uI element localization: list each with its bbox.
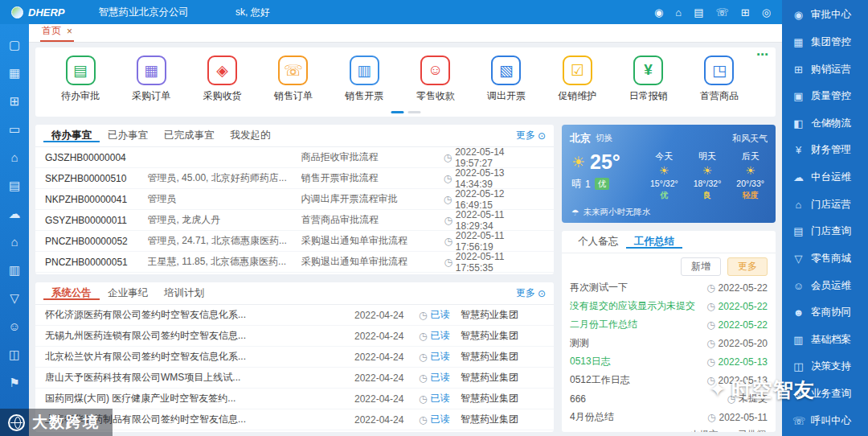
todo-row[interactable]: SKPZHB00000510 管理员, 45.00, 北京好药师药店... 销售… [35, 168, 554, 189]
cart-icon[interactable]: ▽ [10, 284, 19, 312]
user-icon[interactable]: ☺ [8, 312, 20, 340]
notice-row[interactable]: 无锡九州医药连锁有限公司签约时空智友信息... 2022-04-24 ◷已读 智… [35, 326, 554, 347]
quick-app-8[interactable]: ¥ 日常报销 [616, 56, 681, 103]
company-name[interactable]: 智慧药业北京分公司 [99, 6, 190, 19]
more-apps-button[interactable]: ⋯ [756, 47, 769, 62]
doc-icon[interactable]: ▥ [9, 256, 20, 284]
memo-row[interactable]: 再次测试一下 ◷2022-05-22 [562, 278, 776, 297]
todo-id: PNCZHB00000051 [45, 257, 148, 268]
sidebar-item-6[interactable]: ☁ 中台运维 [782, 164, 868, 191]
print-icon[interactable]: ▤ [694, 6, 703, 19]
todo-row[interactable]: GSYZHB00000011 管理员, 龙虎人丹 首营商品审批流程 ◷2022-… [35, 210, 554, 231]
topbar-icons: ◉⌂▤☏⊞◎ [654, 6, 771, 19]
star-logo-icon: ✦ [709, 377, 727, 402]
memo-row[interactable]: 0513日志 ◷2022-05-13 [562, 352, 776, 371]
notice-status-link[interactable]: ◷已读 [419, 392, 461, 405]
notice-row[interactable]: 唐山天予医药科技有限公司WMS项目上线试... 2022-04-24 ◷已读 智… [35, 368, 554, 389]
panel-tab-0[interactable]: 系统公告 [43, 287, 100, 300]
panel-tab-1[interactable]: 已办事宜 [100, 130, 156, 142]
store-icon[interactable]: ⌂ [10, 228, 18, 256]
memo-date: ◷2022-05-22 [706, 319, 768, 331]
clock-icon: ◷ [444, 194, 452, 205]
close-icon[interactable]: × [67, 26, 72, 37]
panel-tab-1[interactable]: 工作总结 [626, 236, 682, 249]
todo-more-link[interactable]: 更多 ⊙ [516, 129, 546, 142]
notice-status-link[interactable]: ◷已读 [419, 329, 461, 343]
sidebar-item-12[interactable]: ▥ 基础档案 [782, 327, 868, 354]
home-icon[interactable]: ⌂ [10, 143, 18, 171]
sidebar-item-4[interactable]: ◧ 仓储物流 [782, 110, 868, 138]
quick-app-7[interactable]: ☑ 促销维护 [545, 56, 609, 103]
apps-grid-icon[interactable]: ⊞ [741, 6, 750, 19]
weather-switch-link[interactable]: 切换 [596, 133, 612, 144]
app-logo[interactable]: DHERP [11, 6, 65, 19]
cloud-icon[interactable]: ☁ [9, 199, 21, 228]
notice-row[interactable]: 怀化济源医药有限公司签约时空智友信息化系... 2022-04-24 ◷已读 智… [35, 305, 554, 326]
memo-row[interactable]: 没有提交的应该显示为未提交 ◷2022-05-22 [562, 297, 776, 315]
quick-app-3[interactable]: ☏ 销售订单 [261, 56, 326, 103]
todo-row[interactable]: GJSZHB00000004 商品拒收审批流程 ◷2022-05-14 19:5… [35, 147, 554, 168]
power-icon[interactable]: ◎ [762, 6, 771, 19]
panel-tab-1[interactable]: 企业事纪 [100, 287, 156, 300]
todo-row[interactable]: NKPZHB00000041 管理员 内调出库开票流程审批 ◷2022-05-1… [35, 189, 554, 210]
pager-dot-active[interactable] [391, 111, 403, 113]
panel-tab-0[interactable]: 待办事宜 [43, 130, 100, 142]
list-icon[interactable]: ▤ [9, 171, 20, 199]
panel-tab-2[interactable]: 培训计划 [156, 287, 212, 300]
pager-dot[interactable] [407, 111, 420, 113]
quick-app-6[interactable]: ▧ 调出开票 [474, 56, 538, 103]
quick-app-label: 日常报销 [629, 89, 668, 103]
monitor-icon[interactable]: ▢ [9, 31, 20, 59]
notice-status-link[interactable]: ◷已读 [419, 350, 461, 364]
notice-status-link[interactable]: ◷已读 [419, 371, 461, 385]
memo-row[interactable]: 4月份总结 ◷2022-05-11 [562, 408, 776, 426]
memo-row[interactable]: 二月份工作总结 ◷2022-05-22 [562, 315, 776, 334]
user-greeting[interactable]: sk, 您好 [235, 6, 270, 19]
sidebar-item-1[interactable]: ▦ 集团管控 [782, 29, 868, 56]
sidebar-item-11[interactable]: ☻ 客商协同 [782, 299, 868, 327]
notice-org: 智慧药业集团 [461, 350, 544, 364]
home-icon[interactable]: ⌂ [675, 6, 682, 19]
quick-app-0[interactable]: ▤ 待办审批 [48, 56, 113, 103]
quick-app-4[interactable]: ▥ 销售开票 [332, 56, 396, 103]
sidebar-item-3[interactable]: ▣ 质量管控 [782, 83, 868, 110]
sidebar-item-9[interactable]: ▽ 零售商城 [782, 245, 868, 273]
sidebar-item-5[interactable]: ¥ 财务管理 [782, 137, 868, 164]
building-icon[interactable]: ▦ [9, 59, 20, 87]
tab-home[interactable]: 首页 × [40, 23, 74, 42]
memo-more-button[interactable]: 更多 [727, 257, 768, 276]
notice-status-link[interactable]: ◷已读 [419, 308, 461, 322]
flag-icon[interactable]: ⚑ [9, 368, 19, 397]
todo-row[interactable]: PNCZHB00000052 管理员, 24.71, 北京德惠康医药... 采购… [35, 231, 554, 252]
weather-now: ☀ 25° 晴 1 优 [570, 150, 647, 201]
sidebar-item-15[interactable]: ☏ 呼叫中心 [782, 407, 868, 434]
notice-panel-tabs: 系统公告企业事纪培训计划 更多 ⊙ [35, 282, 554, 305]
sidebar-item-2[interactable]: ⊞ 购销运营 [782, 56, 868, 83]
bell-icon[interactable]: ◉ [654, 6, 663, 19]
card-icon[interactable]: ▭ [9, 115, 20, 143]
quick-app-5[interactable]: ☺ 零售收款 [403, 56, 468, 103]
more-icon: ⊙ [538, 130, 546, 142]
chart-icon[interactable]: ◫ [9, 340, 20, 368]
notice-row[interactable]: 北京松兰饮片有限公司签约时空智友信息化系... 2022-04-24 ◷已读 智… [35, 347, 554, 368]
panel-tab-3[interactable]: 我发起的 [223, 130, 279, 142]
notice-row[interactable]: 国药同煤(大同) 医疗健康产业时空智友签约... 2022-04-24 ◷已读 … [35, 389, 554, 409]
notice-row[interactable]: 上海德华国药制品有限公司签约时空智友信息... 2022-04-24 ◷已读 智… [35, 409, 554, 430]
memo-text: 测测 [570, 336, 706, 350]
sidebar-item-0[interactable]: ◉ 审批中心 [782, 2, 868, 29]
quick-app-9[interactable]: ◳ 首营商品 [687, 56, 751, 103]
panel-tab-0[interactable]: 个人备忘 [570, 236, 626, 249]
phone-icon[interactable]: ☏ [715, 6, 728, 19]
sidebar-item-8[interactable]: ▤ 门店查询 [782, 218, 868, 245]
sidebar-item-10[interactable]: ☺ 会员运维 [782, 272, 868, 299]
add-memo-button[interactable]: 新增 [681, 257, 721, 276]
quick-app-2[interactable]: ◈ 采购收货 [190, 56, 255, 103]
quick-app-1[interactable]: ▦ 采购订单 [119, 56, 183, 103]
notice-status-link[interactable]: ◷已读 [419, 413, 461, 426]
todo-row[interactable]: PNCZHB00000051 王星慧, 11.85, 北京德惠康医药... 采购… [35, 252, 554, 273]
sidebar-item-7[interactable]: ⌂ 门店运营 [782, 191, 868, 218]
notice-more-link[interactable]: 更多 ⊙ [516, 286, 546, 300]
panel-tab-2[interactable]: 已完成事宜 [156, 130, 223, 142]
apps-icon[interactable]: ⊞ [10, 87, 20, 115]
memo-row[interactable]: 测测 ◷2022-05-20 [562, 334, 776, 352]
